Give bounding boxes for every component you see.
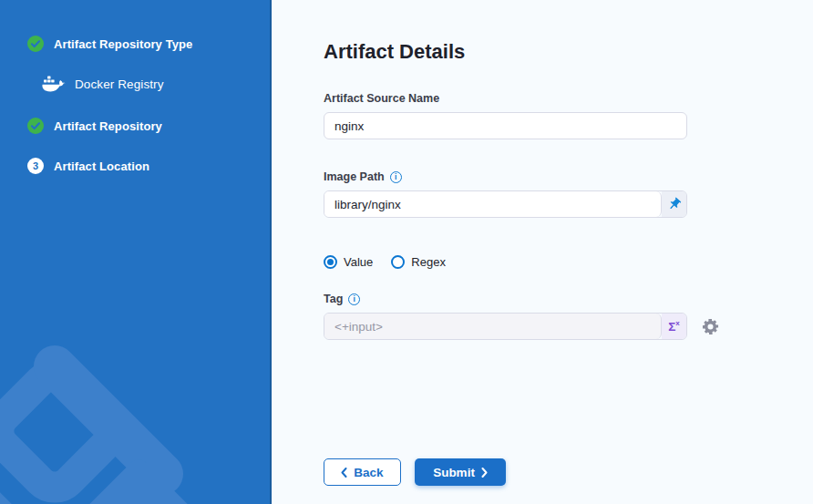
step-label: Artifact Repository: [54, 119, 162, 133]
artifact-source-name-label: Artifact Source Name: [324, 92, 439, 105]
step-docker-registry[interactable]: Docker Registry: [27, 74, 270, 94]
step-number-icon: 3: [27, 158, 44, 174]
image-path-label: Image Path: [324, 170, 385, 183]
check-circle-icon: [27, 36, 44, 52]
radio-option-regex[interactable]: Regex: [391, 255, 446, 269]
tag-label: Tag: [324, 293, 343, 305]
brand-watermark: [0, 294, 272, 504]
step-number: 3: [27, 158, 44, 174]
step-artifact-repository-type[interactable]: Artifact Repository Type: [27, 36, 270, 52]
radio-option-value[interactable]: Value: [324, 255, 373, 269]
step-list: Artifact Repository Type Docker Registry: [0, 0, 270, 174]
artifact-source-name-input[interactable]: [324, 112, 687, 139]
page-title: Artifact Details: [324, 40, 813, 64]
tag-input[interactable]: [324, 314, 662, 339]
image-path-input-combo: [324, 190, 687, 218]
chevron-left-icon: [341, 468, 347, 478]
radio-value-icon[interactable]: [324, 255, 337, 269]
tag-field-group: Tag i Σx: [324, 292, 813, 340]
step-label: Docker Registry: [75, 77, 164, 91]
step-artifact-location[interactable]: 3 Artifact Location: [27, 158, 270, 174]
info-icon[interactable]: i: [390, 171, 402, 183]
step-label: Artifact Repository Type: [54, 37, 192, 51]
artifact-details-panel: Artifact Details Artifact Source Name Im…: [272, 0, 813, 504]
step-label: Artifact Location: [54, 159, 149, 173]
expression-input-type-button[interactable]: Σx: [662, 314, 686, 339]
check-circle-icon: [27, 118, 44, 134]
wizard-actions: Back Submit: [324, 458, 813, 486]
radio-regex-icon[interactable]: [391, 255, 405, 269]
back-button-label: Back: [354, 466, 383, 479]
radio-value-label: Value: [344, 255, 373, 269]
step-artifact-repository[interactable]: Artifact Repository: [27, 118, 270, 134]
tag-settings-button[interactable]: [701, 317, 719, 335]
info-icon[interactable]: i: [348, 293, 360, 305]
submit-button-label: Submit: [433, 466, 475, 479]
tag-type-radio-group: Value Regex: [324, 254, 813, 269]
pushpin-icon: [664, 194, 684, 215]
sigma-icon: Σx: [668, 320, 680, 333]
docker-whale-icon: [42, 75, 66, 93]
chevron-right-icon: [481, 468, 488, 478]
gear-icon: [702, 318, 719, 335]
wizard-stepper-sidebar: Artifact Repository Type Docker Registry: [0, 0, 272, 504]
tag-input-combo: Σx: [324, 313, 687, 340]
pin-input-type-button[interactable]: [662, 191, 686, 217]
radio-regex-label: Regex: [411, 255, 446, 269]
back-button[interactable]: Back: [324, 458, 401, 486]
image-path-field-group: Image Path i: [324, 170, 813, 218]
submit-button[interactable]: Submit: [415, 458, 506, 486]
image-path-input[interactable]: [324, 191, 662, 217]
artifact-source-name-field-group: Artifact Source Name: [324, 91, 813, 139]
